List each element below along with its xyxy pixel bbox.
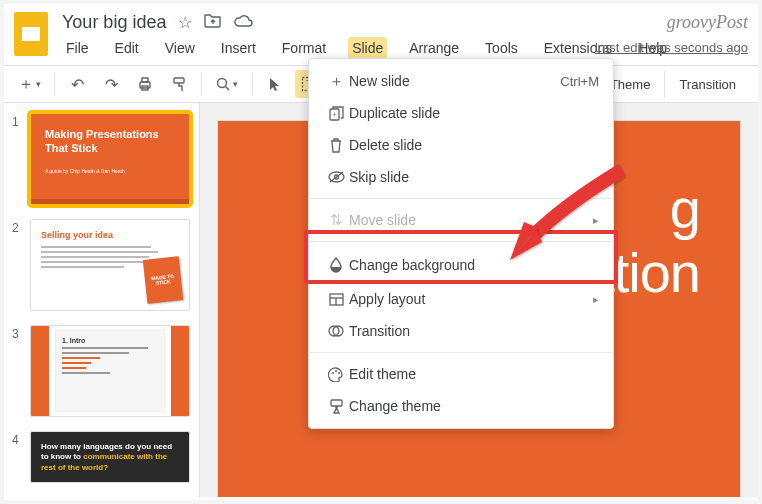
menu-change-background[interactable]: Change background	[309, 247, 613, 283]
thumb-title: Making Presentations That Stick	[45, 128, 175, 156]
print-button[interactable]	[131, 70, 159, 98]
thumb-number: 1	[12, 113, 22, 205]
svg-point-4	[218, 79, 227, 88]
droplet-icon	[323, 257, 349, 273]
menu-new-slide[interactable]: ＋ New slide Ctrl+M	[309, 65, 613, 97]
plus-icon: ＋	[323, 72, 349, 91]
svg-rect-3	[174, 78, 184, 83]
edit-status[interactable]: Last edit was seconds ago	[595, 40, 748, 55]
svg-point-19	[338, 372, 340, 374]
menu-duplicate-slide[interactable]: + Duplicate slide	[309, 97, 613, 129]
new-slide-button[interactable]: ＋ ▾	[12, 70, 46, 98]
svg-point-17	[332, 372, 334, 374]
svg-rect-1	[142, 78, 148, 82]
thumb-3[interactable]: 1. Intro	[30, 325, 190, 417]
zoom-button[interactable]: ▾	[210, 70, 244, 98]
thumb-4[interactable]: How many languages do you need to know t…	[30, 431, 190, 483]
menu-slide[interactable]: Slide	[348, 37, 387, 59]
move-folder-icon[interactable]	[204, 13, 221, 32]
watermark: groovyPost	[667, 12, 748, 33]
thumb-number: 4	[12, 431, 22, 483]
skip-icon	[323, 171, 349, 183]
slide-menu-dropdown: ＋ New slide Ctrl+M + Duplicate slide Del…	[308, 58, 614, 429]
paint-format-button[interactable]	[165, 70, 193, 98]
menu-view[interactable]: View	[161, 37, 199, 59]
menu-move-slide: ⇅ Move slide ▸	[309, 204, 613, 236]
submenu-arrow-icon: ▸	[593, 214, 599, 227]
undo-button[interactable]: ↶	[63, 70, 91, 98]
app-header: Your big idea ☆ File Edit View Insert Fo…	[4, 4, 758, 59]
theme-brush-icon	[323, 399, 349, 414]
menu-arrange[interactable]: Arrange	[405, 37, 463, 59]
menu-format[interactable]: Format	[278, 37, 330, 59]
menu-delete-slide[interactable]: Delete slide	[309, 129, 613, 161]
svg-rect-20	[331, 400, 342, 406]
doc-title[interactable]: Your big idea	[62, 12, 166, 33]
submenu-arrow-icon: ▸	[593, 293, 599, 306]
menu-transition[interactable]: Transition	[309, 315, 613, 347]
select-tool[interactable]	[261, 70, 289, 98]
transition-icon	[323, 324, 349, 338]
palette-icon	[323, 367, 349, 382]
menu-insert[interactable]: Insert	[217, 37, 260, 59]
menu-change-theme[interactable]: Change theme	[309, 390, 613, 422]
svg-text:+: +	[332, 111, 336, 118]
trash-icon	[323, 138, 349, 153]
menu-file[interactable]: File	[62, 37, 93, 59]
menu-edit[interactable]: Edit	[111, 37, 143, 59]
svg-point-18	[335, 370, 337, 372]
thumb-2[interactable]: Selling your idea MADE TO STICK	[30, 219, 190, 311]
cloud-status-icon[interactable]	[233, 14, 253, 32]
star-icon[interactable]: ☆	[178, 13, 192, 32]
slides-logo[interactable]	[14, 12, 48, 56]
menu-apply-layout[interactable]: Apply layout ▸	[309, 283, 613, 315]
thumb-number: 2	[12, 219, 22, 311]
menu-edit-theme[interactable]: Edit theme	[309, 358, 613, 390]
thumb-number: 3	[12, 325, 22, 417]
slide-panel: 1 Making Presentations That Stick A guid…	[4, 103, 200, 497]
menu-skip-slide[interactable]: Skip slide	[309, 161, 613, 193]
transition-button[interactable]: Transition	[664, 71, 750, 98]
redo-button[interactable]: ↷	[97, 70, 125, 98]
duplicate-icon: +	[323, 106, 349, 121]
thumb-1[interactable]: Making Presentations That Stick A guide …	[30, 113, 190, 205]
layout-icon	[323, 293, 349, 306]
menu-tools[interactable]: Tools	[481, 37, 522, 59]
move-icon: ⇅	[323, 211, 349, 229]
